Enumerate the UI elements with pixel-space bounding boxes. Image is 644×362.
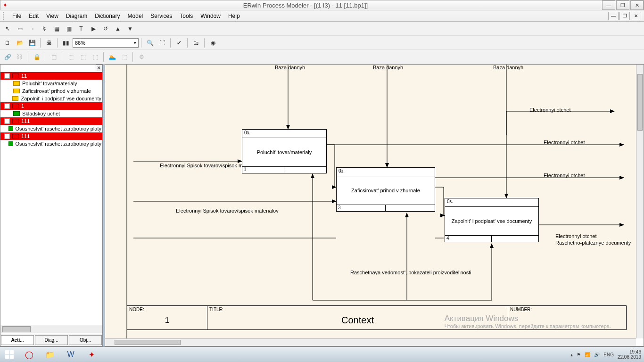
mdi-close-button[interactable]: ✕	[631, 12, 641, 20]
report-icon[interactable]: ◉	[207, 37, 219, 49]
activity-tree[interactable]: -11Poluchit' tovar/materialyZaficsirovat…	[0, 72, 102, 322]
canvas-vscroll[interactable]	[636, 65, 644, 338]
start-button[interactable]	[0, 347, 19, 362]
activity-box-2[interactable]: 0з. Zaficsirovat' prihod v zhurnale 3	[336, 167, 435, 212]
canvas-hscroll[interactable]	[105, 338, 636, 346]
menu-edit[interactable]: Edit	[25, 13, 42, 19]
menu-diagram[interactable]: Diagram	[62, 13, 91, 19]
down-icon[interactable]: ▼	[124, 23, 136, 34]
label-top-c: Baza dannyh	[493, 65, 523, 70]
tree-leaf[interactable]: Osushestvit' raschet zarabotnoy platy	[0, 140, 102, 148]
tab-diagrams[interactable]: Diag...	[35, 335, 68, 345]
palette-icon[interactable]: ▮▮	[60, 37, 72, 49]
diagram-canvas[interactable]: Baza dannyh Baza dannyh Baza dannyh Elec…	[105, 65, 636, 338]
menu-dictionary[interactable]: Dictionary	[91, 13, 124, 19]
taskbar-word-icon[interactable]: W	[61, 348, 81, 361]
panel-hscroll[interactable]	[0, 325, 102, 333]
zoom-in-icon[interactable]: 🔍	[144, 37, 156, 49]
gear-icon: ⚙	[136, 51, 147, 63]
tree-leaf[interactable]: Skladskoy uchet	[0, 110, 102, 117]
tab-objects[interactable]: Obj...	[69, 335, 102, 345]
tree-expand-icon[interactable]: +	[4, 118, 10, 124]
go-tool-icon[interactable]: ▶	[88, 23, 99, 34]
tray-clock[interactable]: 19:46 22.08.2019	[618, 349, 641, 360]
tree-leaf[interactable]: Poluchit' tovar/materialy	[0, 80, 102, 87]
db2-icon: ⬚	[77, 51, 89, 63]
mdi-minimize-button[interactable]: —	[608, 12, 619, 20]
save-icon[interactable]: 💾	[26, 37, 38, 49]
tab-activities[interactable]: Acti...	[1, 335, 34, 345]
tree-leaf[interactable]: Zaficsirovat' prihod v zhurnale	[0, 87, 102, 95]
footer-node-label: NODE:	[129, 307, 144, 312]
open-icon[interactable]: 📂	[14, 37, 25, 49]
tree-label: Zaficsirovat' prihod v zhurnale	[21, 88, 92, 94]
panel-close-icon[interactable]: ✕	[96, 65, 102, 71]
menu-file[interactable]: File	[8, 13, 25, 19]
close-button[interactable]: ✕	[630, 0, 644, 10]
zoom-fit-icon[interactable]: ⛶	[157, 37, 168, 49]
swim-icon[interactable]: 🏊	[107, 51, 118, 63]
referent-tool-icon[interactable]: ▦	[51, 23, 62, 34]
taskbar-explorer-icon[interactable]: 📁	[40, 348, 60, 361]
tree-diagram-icon	[12, 104, 19, 108]
tree-branch[interactable]: -11	[0, 72, 102, 80]
tray-flag-icon[interactable]: ⚑	[577, 352, 581, 357]
menu-help[interactable]: Help	[224, 13, 244, 19]
tree-label: Osushestvit' raschet zarabotnoy platy	[15, 126, 102, 132]
tree-branch[interactable]: +111	[0, 132, 102, 140]
menu-services[interactable]: Services	[147, 13, 176, 19]
squiggle-tool-icon[interactable]: ↯	[39, 23, 50, 34]
menu-window[interactable]: Window	[197, 13, 224, 19]
zoom-combo[interactable]: 86%	[73, 38, 139, 48]
title-bar: ✦ ERwin Process Modeler - [(1 I3) - 11 […	[0, 0, 644, 10]
tray-language[interactable]: ENG	[603, 352, 614, 357]
tree-expand-icon[interactable]: +	[4, 133, 10, 139]
toolbar-grip[interactable]	[3, 12, 7, 20]
tray-chevron-up-icon[interactable]: ▴	[570, 352, 573, 357]
maximize-button[interactable]: ❐	[616, 0, 629, 10]
tree-leaf[interactable]: Osushestvit' raschet zarabotnoy platy	[0, 125, 102, 132]
label-top-b: Baza dannyh	[373, 65, 403, 70]
text-tool-icon[interactable]: T	[75, 23, 87, 34]
activity-tool-icon[interactable]: ▭	[14, 23, 25, 34]
up-icon[interactable]: ▲	[112, 23, 124, 34]
menu-bar: File Edit View Diagram Dictionary Model …	[0, 10, 644, 22]
minimize-button[interactable]: —	[602, 0, 615, 10]
diagram-canvas-wrap: Baza dannyh Baza dannyh Baza dannyh Elec…	[105, 64, 644, 346]
tree-leaf[interactable]: Zapolnit' i podpisat' vse documenty	[0, 95, 102, 102]
org-tool-icon[interactable]: ▥	[63, 23, 74, 34]
tree-expand-icon[interactable]: +	[4, 103, 10, 109]
tree-branch[interactable]: +111	[0, 117, 102, 125]
menu-view[interactable]: View	[42, 13, 62, 19]
taskbar-opera-icon[interactable]: ◯	[19, 348, 39, 361]
menu-model[interactable]: Model	[124, 13, 147, 19]
unlink-icon: ⛓	[14, 51, 25, 63]
label-out3b: Raschetno-plateznye documenty	[555, 240, 631, 246]
toolbar-row-3: 🔗 ⛓ 🔒 ◫ ⬚ ⬚ ⬚ 🏊 ⬚ ⚙	[0, 50, 644, 64]
model-explorer-icon[interactable]: 🗂	[190, 37, 202, 49]
toolbar-row-2: 🗋 📂 💾 🖶 ▮▮ 86% 🔍 ⛶ ✔ 🗂 ◉	[0, 36, 644, 50]
cube-icon: ◫	[48, 51, 59, 63]
model-explorer-panel: ✕ -11Poluchit' tovar/materialyZaficsirov…	[0, 64, 103, 346]
spellcheck-icon[interactable]: ✔	[173, 37, 185, 49]
menu-tools[interactable]: Tools	[176, 13, 197, 19]
tree-expand-icon[interactable]: -	[4, 73, 10, 79]
undo-icon[interactable]: ↺	[100, 23, 111, 34]
pointer-tool-icon[interactable]: ↖	[2, 23, 13, 34]
org2-icon: ⬚	[119, 51, 130, 63]
taskbar-erwin-icon[interactable]: ✦	[82, 348, 101, 361]
tray-network-icon[interactable]: 📶	[585, 352, 590, 357]
print-icon[interactable]: 🖶	[43, 37, 55, 49]
label-out-top: Electronnyi otchet	[529, 107, 570, 113]
tree-label: Osushestvit' raschet zarabotnoy platy	[15, 141, 102, 147]
footer-title-label: TITLE:	[209, 307, 223, 312]
arrow-tool-icon[interactable]: →	[26, 23, 38, 34]
tree-branch[interactable]: +1	[0, 102, 102, 110]
box3-num: 4	[445, 236, 492, 242]
new-icon[interactable]: 🗋	[2, 37, 13, 49]
tray-volume-icon[interactable]: 🔊	[594, 352, 600, 357]
activity-box-3[interactable]: 0з. Zapolnit' i podpisat' vse documenty …	[445, 198, 539, 242]
activity-box-1[interactable]: 0з. Poluchit' tovar/materialy 1	[242, 129, 327, 173]
mdi-restore-button[interactable]: ❐	[619, 12, 630, 20]
tree-activity-icon	[13, 111, 20, 116]
